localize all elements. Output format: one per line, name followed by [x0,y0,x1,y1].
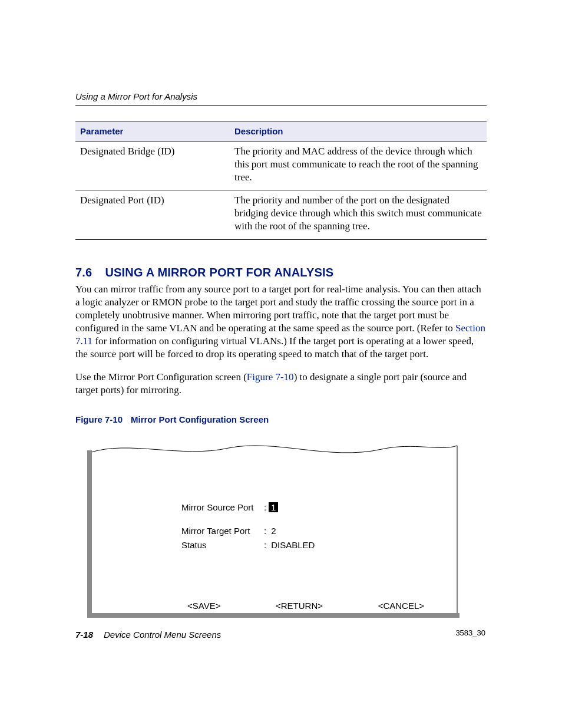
return-button[interactable]: <RETURN> [276,601,323,611]
footer-title: Device Control Menu Screens [104,630,221,640]
cell-parameter: Designated Bridge (ID) [75,141,230,190]
body-text: for information on configuring virtual V… [75,335,474,360]
cancel-button[interactable]: <CANCEL> [378,601,424,611]
mirror-source-port-input[interactable]: 1 [269,502,278,512]
field-row-source: Mirror Source Port:1 [181,502,315,516]
body-paragraph: Use the Mirror Port Configuration screen… [75,371,487,397]
page-footer: 7-18Device Control Menu Screens [75,630,221,640]
field-row-target: Mirror Target Port: 2 [181,526,315,540]
section-number: 7.6 [75,266,92,279]
mirror-target-port-input[interactable]: 2 [271,526,276,536]
page-number: 7-18 [75,630,93,640]
figure-screen: Mirror Source Port:1 Mirror Target Port:… [75,435,487,624]
section-title: USING A MIRROR PORT FOR ANALYSIS [105,266,333,279]
field-label: Status [181,540,264,551]
table-row: Designated Bridge (ID) The priority and … [75,141,487,190]
cell-description: The priority and MAC address of the devi… [230,141,487,190]
screen-content: Mirror Source Port:1 Mirror Target Port:… [99,449,471,618]
save-button[interactable]: <SAVE> [187,601,220,611]
body-text: Use the Mirror Port Configuration screen… [75,371,247,383]
figure-label: Figure 7-10 [75,414,123,424]
page: Using a Mirror Port for Analysis Paramet… [0,0,562,728]
running-header: Using a Mirror Port for Analysis [75,91,487,106]
table-row: Designated Port (ID) The priority and nu… [75,190,487,239]
figure-reference-link[interactable]: Figure 7-10 [247,371,294,383]
section-heading: 7.6USING A MIRROR PORT FOR ANALYSIS [75,266,487,279]
figure-caption: Figure 7-10Mirror Port Configuration Scr… [75,414,487,424]
field-label: Mirror Target Port [181,526,264,536]
svg-rect-0 [87,450,92,618]
status-value[interactable]: DISABLED [271,540,315,550]
field-row-status: Status: DISABLED [181,540,315,554]
cell-description: The priority and number of the port on t… [230,190,487,239]
table-header-parameter: Parameter [75,121,230,141]
table-header-description: Description [230,121,487,141]
cell-parameter: Designated Port (ID) [75,190,230,239]
body-text: You can mirror traffic from any source p… [75,284,481,334]
figure-title: Mirror Port Configuration Screen [131,414,269,424]
parameter-table: Parameter Description Designated Bridge … [75,121,487,240]
field-label: Mirror Source Port [181,502,264,513]
body-paragraph: You can mirror traffic from any source p… [75,283,487,361]
